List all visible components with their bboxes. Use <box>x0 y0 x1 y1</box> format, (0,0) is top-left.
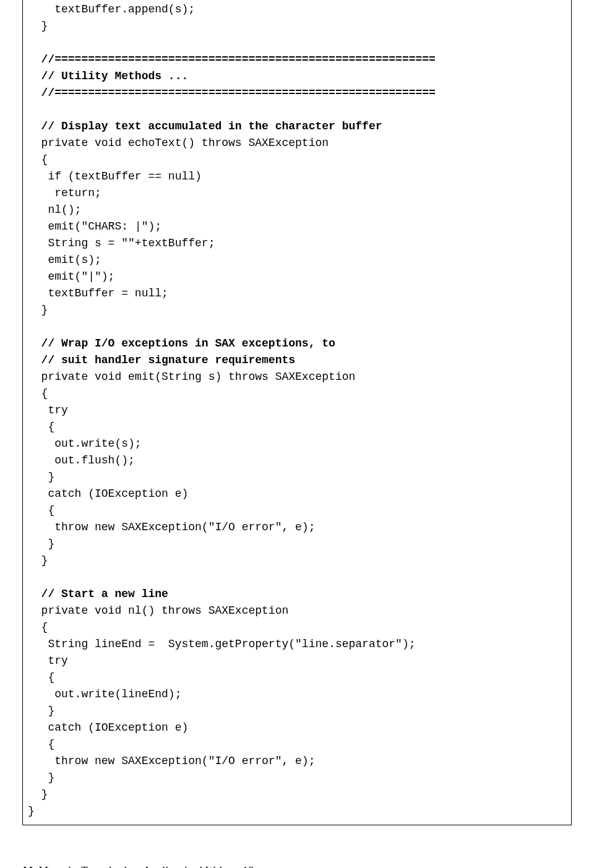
code-block: textBuffer.append(s); } //==============… <box>22 0 572 825</box>
code-line: } <box>28 552 566 569</box>
page-footer: M. Mamei - Tecnologie e Applicazioni Web… <box>0 862 594 868</box>
code-line: emit("CHARS: |"); <box>28 218 566 235</box>
code-line: textBuffer.append(s); <box>28 1 566 18</box>
code-line: if (textBuffer == null) <box>28 168 566 185</box>
code-line: // suit handler signature requirements <box>28 352 566 369</box>
code-line: private void nl() throws SAXException <box>28 603 566 619</box>
code-line: throw new SAXException("I/O error", e); <box>28 753 566 770</box>
code-line: out.write(s); <box>28 436 566 452</box>
code-line: { <box>28 152 566 168</box>
document-page: textBuffer.append(s); } //==============… <box>0 0 594 868</box>
code-line <box>28 319 566 335</box>
code-line: textBuffer = null; <box>28 285 566 302</box>
code-line: emit("|"); <box>28 269 566 285</box>
code-line: return; <box>28 185 566 202</box>
page-number: 13 <box>243 864 254 868</box>
code-line: // Start a new line <box>28 586 566 603</box>
code-line: } <box>28 536 566 552</box>
code-line: emit(s); <box>28 252 566 269</box>
code-line: nl(); <box>28 202 566 218</box>
code-line: // Wrap I/O exceptions in SAX exceptions… <box>28 335 566 352</box>
code-line: try <box>28 653 566 669</box>
code-line: try <box>28 402 566 419</box>
code-line: //======================================… <box>28 51 566 68</box>
code-line: } <box>28 302 566 319</box>
code-line: throw new SAXException("I/O error", e); <box>28 519 566 536</box>
code-line: } <box>28 469 566 486</box>
code-line <box>28 35 566 51</box>
code-line: } <box>28 18 566 35</box>
code-line: //======================================… <box>28 85 566 101</box>
code-line: { <box>28 619 566 636</box>
code-line: } <box>28 770 566 786</box>
code-line: { <box>28 385 566 402</box>
footer-text: M. Mamei - Tecnologie e Applicazioni Web <box>22 864 225 868</box>
code-line: { <box>28 502 566 519</box>
code-line: { <box>28 736 566 753</box>
code-line: } <box>28 703 566 720</box>
code-line: out.flush(); <box>28 452 566 469</box>
code-line: // Utility Methods ... <box>28 68 566 85</box>
code-line: private void emit(String s) throws SAXEx… <box>28 369 566 385</box>
code-line: { <box>28 419 566 436</box>
code-line: } <box>28 803 566 820</box>
code-line: // Display text accumulated in the chara… <box>28 118 566 135</box>
code-line: catch (IOException e) <box>28 486 566 502</box>
code-line: { <box>28 669 566 686</box>
code-line: } <box>28 786 566 803</box>
code-line: private void echoText() throws SAXExcept… <box>28 135 566 152</box>
code-line <box>28 569 566 586</box>
code-line: out.write(lineEnd); <box>28 686 566 703</box>
code-line: catch (IOException e) <box>28 720 566 736</box>
code-line <box>28 101 566 118</box>
code-line: String lineEnd = System.getProperty("lin… <box>28 636 566 653</box>
code-line: String s = ""+textBuffer; <box>28 235 566 252</box>
